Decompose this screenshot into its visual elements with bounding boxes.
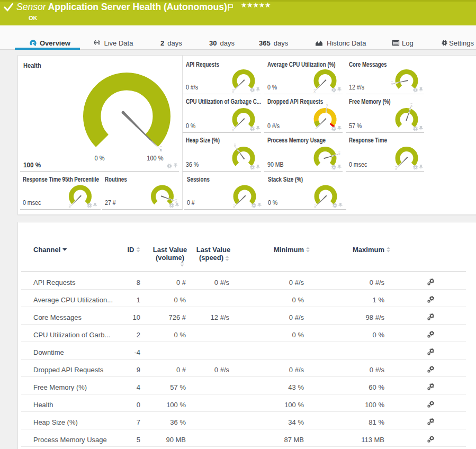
svg-text:x: x — [233, 204, 235, 209]
svg-text:x: x — [410, 103, 412, 108]
svg-text:x: x — [313, 89, 316, 94]
svg-text:x: x — [395, 166, 397, 171]
svg-text:x: x — [326, 103, 328, 107]
svg-text:x: x — [234, 143, 236, 148]
svg-text:x: x — [391, 82, 393, 86]
svg-text:x: x — [338, 151, 340, 156]
svg-text:x: x — [69, 204, 71, 209]
svg-text:x: x — [160, 147, 163, 152]
svg-text:x: x — [232, 89, 234, 94]
svg-text:x: x — [232, 128, 234, 132]
svg-text:x: x — [314, 204, 316, 209]
